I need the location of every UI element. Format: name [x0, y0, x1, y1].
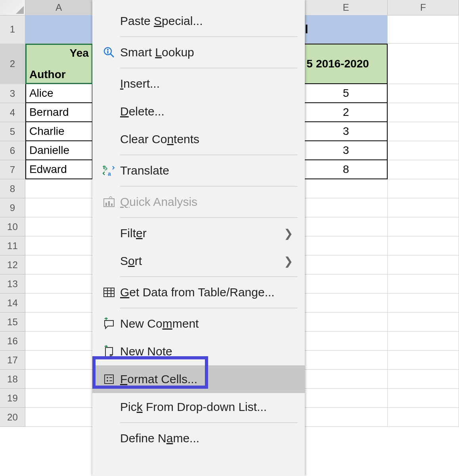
cell-E20[interactable]	[305, 408, 388, 427]
col-header-F[interactable]: F	[388, 0, 459, 15]
menu-separator	[120, 36, 298, 37]
cell-E7[interactable]: 8	[305, 160, 388, 179]
row-header-16[interactable]: 16	[0, 332, 25, 351]
cell-F2[interactable]	[388, 44, 459, 84]
cell-F6[interactable]	[388, 141, 459, 160]
cell-A1[interactable]	[25, 15, 93, 44]
cell-A19[interactable]	[25, 389, 93, 408]
cell-E17[interactable]	[305, 351, 388, 370]
menu-insert[interactable]: Insert...	[92, 70, 305, 98]
cell-F14[interactable]	[388, 294, 459, 313]
menu-translate[interactable]: ちa Translate	[92, 157, 305, 184]
cell-F5[interactable]	[388, 122, 459, 141]
cell-F12[interactable]	[388, 255, 459, 274]
row-header-3[interactable]: 3	[0, 84, 25, 103]
cell-E9[interactable]	[305, 198, 388, 217]
row-header-8[interactable]: 8	[0, 179, 25, 198]
cell-A13[interactable]	[25, 274, 93, 294]
cell-E4[interactable]: 2	[305, 103, 388, 122]
cell-E6[interactable]: 3	[305, 141, 388, 160]
cell-A16[interactable]	[25, 332, 93, 351]
cell-A2[interactable]: Yea Author	[25, 44, 93, 84]
row-header-6[interactable]: 6	[0, 141, 25, 160]
menu-delete[interactable]: Delete...	[92, 98, 305, 125]
cell-A7[interactable]: Edward	[25, 160, 93, 179]
menu-smart-lookup[interactable]: Smart Lookup	[92, 38, 305, 66]
cell-A5[interactable]: Charlie	[25, 122, 93, 141]
col-header-E[interactable]: E	[305, 0, 388, 15]
cell-A10[interactable]	[25, 217, 93, 236]
cell-F16[interactable]	[388, 332, 459, 351]
cell-E8[interactable]	[305, 179, 388, 198]
menu-format-cells[interactable]: Format Cells...	[92, 365, 305, 393]
row-header-10[interactable]: 10	[0, 217, 25, 236]
cell-F11[interactable]	[388, 236, 459, 255]
cell-F18[interactable]	[388, 370, 459, 389]
cell-E14[interactable]	[305, 294, 388, 313]
cell-E13[interactable]	[305, 274, 388, 294]
row-header-2[interactable]: 2	[0, 44, 25, 84]
cell-F1[interactable]	[388, 15, 459, 44]
row-header-7[interactable]: 7	[0, 160, 25, 179]
cell-E11[interactable]	[305, 236, 388, 255]
row-header-9[interactable]: 9	[0, 198, 25, 217]
cell-F9[interactable]	[388, 198, 459, 217]
row-header-14[interactable]: 14	[0, 294, 25, 313]
row-header-1[interactable]: 1	[0, 15, 25, 44]
cell-E10[interactable]	[305, 217, 388, 236]
row-header-11[interactable]: 11	[0, 236, 25, 255]
cell-F4[interactable]	[388, 103, 459, 122]
menu-sort[interactable]: Sort ❯	[92, 247, 305, 275]
menu-clear-contents[interactable]: Clear Contents	[92, 125, 305, 153]
menu-define-name[interactable]: Define Name...	[92, 424, 305, 452]
row-header-15[interactable]: 15	[0, 313, 25, 332]
row-header-12[interactable]: 12	[0, 255, 25, 274]
cell-F19[interactable]	[388, 389, 459, 408]
cell-A6[interactable]: Danielle	[25, 141, 93, 160]
cell-F8[interactable]	[388, 179, 459, 198]
cell-F13[interactable]	[388, 274, 459, 294]
row-header-4[interactable]: 4	[0, 103, 25, 122]
cell-F3[interactable]	[388, 84, 459, 103]
menu-get-data[interactable]: Get Data from Table/Range...	[92, 278, 305, 306]
cell-E3[interactable]: 5	[305, 84, 388, 103]
row-header-17[interactable]: 17	[0, 351, 25, 370]
note-icon: +	[102, 344, 116, 359]
cell-F7[interactable]	[388, 160, 459, 179]
cell-E19[interactable]	[305, 389, 388, 408]
cell-A4[interactable]: Bernard	[25, 103, 93, 122]
row-header-18[interactable]: 18	[0, 370, 25, 389]
cell-E2[interactable]: 5 2016-2020	[305, 44, 388, 84]
menu-new-note[interactable]: + New Note	[92, 338, 305, 365]
col-header-A[interactable]: A	[25, 0, 93, 15]
cell-E18[interactable]	[305, 370, 388, 389]
cell-A9[interactable]	[25, 198, 93, 217]
row-header-20[interactable]: 20	[0, 408, 25, 427]
cell-E15[interactable]	[305, 313, 388, 332]
cell-E5[interactable]: 3	[305, 122, 388, 141]
cell-F20[interactable]	[388, 408, 459, 427]
menu-new-comment[interactable]: + New Comment	[92, 310, 305, 338]
cell-E12[interactable]	[305, 255, 388, 274]
cell-A18[interactable]	[25, 370, 93, 389]
row-header-19[interactable]: 19	[0, 389, 25, 408]
row-header-5[interactable]: 5	[0, 122, 25, 141]
select-all-corner[interactable]	[0, 0, 25, 15]
menu-pick-list[interactable]: Pick From Drop-down List...	[92, 393, 305, 421]
cell-F15[interactable]	[388, 313, 459, 332]
cell-E1[interactable]: l	[305, 15, 388, 44]
cell-A8[interactable]	[25, 179, 93, 198]
cell-F10[interactable]	[388, 217, 459, 236]
cell-E16[interactable]	[305, 332, 388, 351]
cell-A3[interactable]: Alice	[25, 84, 93, 103]
cell-A11[interactable]	[25, 236, 93, 255]
cell-A15[interactable]	[25, 313, 93, 332]
row-header-13[interactable]: 13	[0, 274, 25, 294]
cell-A12[interactable]	[25, 255, 93, 274]
cell-F17[interactable]	[388, 351, 459, 370]
cell-A17[interactable]	[25, 351, 93, 370]
menu-filter[interactable]: Filter ❯	[92, 219, 305, 247]
cell-A20[interactable]	[25, 408, 93, 427]
cell-A14[interactable]	[25, 294, 93, 313]
menu-paste-special[interactable]: Paste Special...	[92, 7, 305, 35]
